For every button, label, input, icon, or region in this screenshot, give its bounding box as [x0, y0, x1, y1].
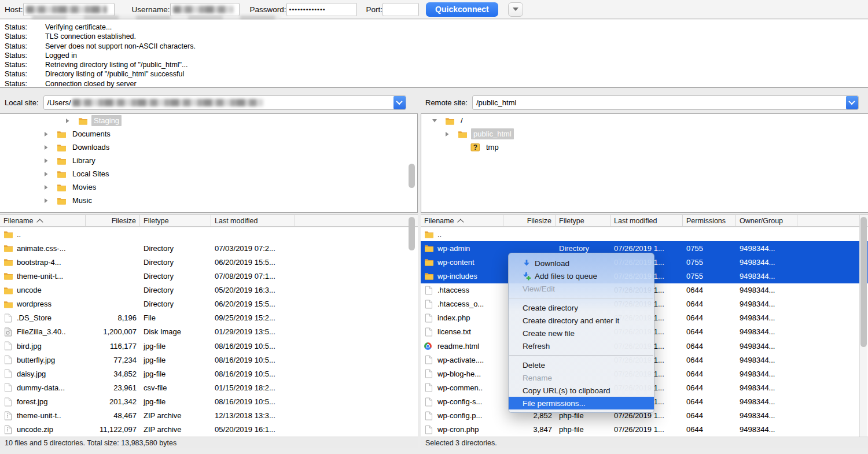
file-row-bootstrap-4[interactable]: bootstrap-4...Directory06/20/2019 15:5..… — [0, 255, 418, 269]
file-cell-text: Directory — [559, 244, 589, 253]
column-header-last-modified[interactable]: Last modified — [610, 215, 683, 226]
file-row-item[interactable]: .. — [421, 227, 868, 241]
file-cell-perms: 0755 — [683, 272, 736, 280]
menu-item-create-directory-and-enter-it[interactable]: Create directory and enter it — [509, 314, 654, 327]
file-row-bird-jpg[interactable]: bird.jpg116,177jpg-file08/16/2019 10:5..… — [0, 339, 418, 353]
column-header-permissions[interactable]: Permissions — [683, 215, 736, 226]
svg-text:?: ? — [473, 143, 477, 152]
file-row-wordpress[interactable]: wordpressDirectory06/20/2019 15:5... — [0, 297, 418, 311]
tree-item-movies[interactable]: Movies — [0, 180, 417, 194]
menu-item-copy-url-s-to-clipboard[interactable]: Copy URL(s) to clipboard — [509, 384, 654, 397]
tree-right-arrow-icon[interactable] — [43, 184, 49, 190]
tree-item-downloads[interactable]: Downloads — [0, 141, 417, 154]
column-header-last-modified[interactable]: Last modified — [211, 215, 295, 226]
file-row-animate-css[interactable]: animate.css-...Directory07/03/2019 07:2.… — [0, 241, 418, 255]
local-site-dropdown-button[interactable] — [393, 96, 406, 109]
file-cell-type: Directory — [140, 286, 211, 294]
menu-item-create-new-file[interactable]: Create new file — [509, 327, 654, 339]
port-label: Port: — [366, 5, 383, 14]
chevron-down-icon — [849, 98, 855, 105]
column-header-filename[interactable]: Filename — [421, 215, 503, 226]
file-row-uncode[interactable]: uncodeDirectory05/20/2019 16:3... — [0, 283, 418, 297]
tree-item-local-sites[interactable]: Local Sites — [0, 167, 417, 180]
menu-item-file-permissions[interactable]: File permissions... — [509, 397, 654, 409]
tree-item-staging[interactable]: Staging — [0, 114, 417, 127]
file-cell-text: 07/03/2019 07:2... — [215, 244, 275, 253]
log-line: Status:TLS connection established. — [5, 32, 868, 41]
column-header-filetype[interactable]: Filetype — [140, 215, 211, 226]
file-row-dummy-data[interactable]: dummy-data...23,961csv-file01/15/2019 18… — [0, 381, 418, 394]
file-cell-type: ZIP archive — [140, 425, 211, 434]
log-status-label: Status: — [5, 51, 45, 60]
tree-item-library[interactable]: Library — [0, 154, 417, 167]
column-header-filesize[interactable]: Filesize — [503, 215, 556, 226]
quickconnect-button[interactable]: Quickconnect — [426, 2, 498, 17]
menu-item-refresh[interactable]: Refresh — [509, 339, 654, 352]
tree-right-arrow-icon[interactable] — [43, 158, 49, 164]
remote-site-dropdown-button[interactable] — [846, 96, 858, 109]
file-cell-text: wp-content — [437, 258, 475, 267]
remote-site-combo[interactable]: /public_html — [472, 95, 859, 110]
local-site-combo[interactable]: /Users/ — [43, 95, 406, 110]
file-cell-text: 11,122,097 — [100, 425, 137, 434]
file-cell-size: 48,467 — [86, 411, 140, 420]
tree-item-music[interactable]: Music — [0, 194, 417, 207]
file-cell-owner: 9498344... — [736, 327, 797, 336]
file-row-item[interactable]: .. — [0, 227, 418, 241]
local-files-scrollbar[interactable] — [409, 217, 415, 250]
tree-right-arrow-icon[interactable] — [43, 198, 49, 204]
tree-right-arrow-icon[interactable] — [444, 131, 450, 137]
tree-right-arrow-icon[interactable] — [43, 131, 49, 137]
file-row-theme-unit-t[interactable]: theme-unit-t..48,467ZIP archive12/13/201… — [0, 409, 418, 423]
file-row-daisy-jpg[interactable]: daisy.jpg34,852jpg-file08/16/2019 10:5..… — [0, 367, 418, 381]
file-cell-name: wp-blog-he... — [421, 369, 503, 378]
file-cell-type: ZIP archive — [140, 411, 211, 420]
file-row-ds-store[interactable]: .DS_Store8,196File09/25/2019 15:2... — [0, 311, 418, 325]
tree-item-tmp[interactable]: ?tmp — [421, 141, 868, 154]
file-cell-size: 11,122,097 — [86, 425, 140, 434]
port-input[interactable] — [382, 3, 419, 16]
column-header-label: Filetype — [144, 217, 169, 225]
local-site-bar: Local site: /Users/ — [0, 93, 418, 112]
column-header-filesize[interactable]: Filesize — [86, 215, 140, 226]
file-row-wp-cron-php[interactable]: wp-cron.php3,847php-file07/26/2019 1...0… — [421, 423, 868, 437]
file-row-theme-unit-t[interactable]: theme-unit-t...Directory07/08/2019 07:1.… — [0, 269, 418, 283]
column-header-owner-group[interactable]: Owner/Group — [736, 215, 797, 226]
sort-ascending-icon — [37, 219, 43, 225]
folder-icon — [458, 130, 468, 138]
tree-right-arrow-icon[interactable] — [65, 118, 71, 124]
username-input[interactable] — [170, 3, 240, 16]
file-cell-modified: 06/20/2019 15:5... — [211, 258, 295, 267]
disk-icon — [3, 327, 13, 337]
password-input[interactable]: ••••••••••••• — [286, 3, 357, 16]
file-cell-type: Directory — [140, 300, 211, 308]
menu-item-delete[interactable]: Delete — [509, 359, 654, 371]
tree-item-item[interactable]: / — [421, 114, 868, 127]
menu-item-create-directory[interactable]: Create directory — [509, 301, 654, 314]
menu-item-download[interactable]: Download — [509, 257, 654, 270]
tree-right-arrow-icon[interactable] — [43, 171, 49, 177]
column-header-filetype[interactable]: Filetype — [556, 215, 610, 226]
file-row-filezilla-3-40[interactable]: FileZilla_3.40..1,200,007Disk Image01/29… — [0, 325, 418, 339]
file-row-uncode-zip[interactable]: uncode.zip11,122,097ZIP archive05/20/201… — [0, 423, 418, 437]
tree-down-arrow-icon[interactable] — [432, 118, 437, 123]
host-input[interactable] — [23, 3, 115, 16]
file-cell-text: jpg-file — [144, 356, 165, 364]
quickconnect-dropdown-button[interactable] — [508, 2, 523, 17]
tree-item-documents[interactable]: Documents — [0, 127, 417, 141]
local-tree-scrollbar[interactable] — [409, 164, 415, 188]
file-cell-name: FileZilla_3.40.. — [0, 327, 86, 337]
message-log: Status:Verifying certificate...Status:TL… — [0, 20, 868, 88]
tree-item-public-html[interactable]: public_html — [421, 127, 868, 141]
file-cell-perms: 0644 — [683, 397, 736, 406]
remote-files-scrollbar[interactable] — [860, 217, 867, 347]
file-row-butterfly-jpg[interactable]: butterfly.jpg77,234jpg-file08/16/2019 10… — [0, 353, 418, 367]
menu-item-label: Refresh — [523, 342, 550, 350]
column-header-filename[interactable]: Filename — [0, 215, 86, 226]
tree-right-arrow-icon[interactable] — [43, 145, 49, 150]
username-label: Username: — [132, 5, 170, 14]
context-menu: DownloadAdd files to queueView/EditCreat… — [508, 253, 654, 413]
file-row-forest-jpg[interactable]: forest.jpg201,342jpg-file08/16/2019 10:5… — [0, 395, 418, 409]
file-icon — [424, 369, 434, 378]
menu-item-add-files-to-queue[interactable]: Add files to queue — [509, 270, 654, 282]
